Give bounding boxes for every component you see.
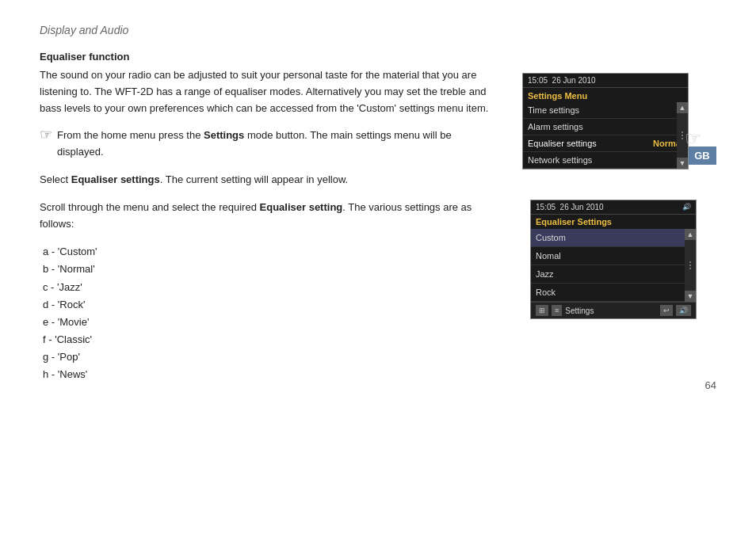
scroll-dot	[689, 265, 691, 266]
footer-settings-label: Settings	[565, 306, 657, 315]
panel1-time: 15:05 26 Jun 2010	[528, 76, 596, 85]
list-item: c - 'Jazz'	[43, 279, 499, 296]
panel2-footer: ⊞ ≡ Settings ↩ 🔊	[531, 302, 696, 318]
page-container: Display and Audio Equaliser function The…	[0, 0, 756, 407]
eq-settings-bold: Equaliser settings	[71, 173, 160, 185]
list-item: g - 'Pop'	[43, 348, 499, 366]
radio-panels: 15:05 26 Jun 2010 Settings Menu Time set…	[522, 73, 712, 169]
normal-item: Nomal	[531, 247, 696, 265]
volume-icon: 🔊	[682, 203, 691, 211]
scroll-up-arrow[interactable]: ▲	[677, 102, 688, 113]
time-settings-item: Time settings ►	[523, 102, 688, 119]
panel2-content: Custom Nomal Jazz Rock ▲	[531, 229, 696, 302]
eq-setting-bold: Equaliser setting	[260, 201, 343, 213]
page-number: 64	[705, 379, 716, 391]
select-instruction: Select Equaliser settings. The current s…	[40, 172, 499, 188]
equaliser-heading: Equaliser function	[40, 51, 499, 63]
scroll-middle	[685, 240, 696, 291]
list-item: b - 'Normal'	[43, 261, 499, 278]
note-text: From the home menu press the Settings mo…	[57, 128, 499, 161]
scroll-up-arrow[interactable]: ▲	[685, 229, 696, 240]
equaliser-settings-panel: 15:05 26 Jun 2010 🔊 Equaliser Settings C…	[530, 200, 697, 319]
panel2-time: 15:05 26 Jun 2010	[536, 203, 604, 211]
panel1-title: Settings Menu	[523, 88, 688, 102]
panel1-menu: Time settings ► Alarm settings ► Equalis…	[523, 102, 688, 169]
list-item: f - 'Classic'	[43, 331, 499, 348]
panel2-header: 15:05 26 Jun 2010 🔊	[531, 200, 696, 215]
panel2-title: Equaliser Settings	[531, 215, 696, 229]
custom-item: Custom	[531, 229, 696, 247]
settings-list: a - 'Custom' b - 'Normal' c - 'Jazz' d -…	[43, 243, 499, 383]
equaliser-settings-item: Equaliser settings Normal	[523, 135, 688, 152]
note-icon: ☞	[40, 126, 52, 143]
scroll-down-arrow[interactable]: ▼	[685, 291, 696, 302]
settings-bold: Settings	[204, 129, 244, 141]
list-item: h - 'News'	[43, 366, 499, 383]
settings-menu-panel: 15:05 26 Jun 2010 Settings Menu Time set…	[522, 73, 689, 169]
panel1-header: 15:05 26 Jun 2010	[523, 74, 688, 88]
hand-pointer-icon: ☞	[685, 128, 702, 150]
list-item: e - 'Movie'	[43, 314, 499, 331]
intro-paragraph: The sound on your radio can be adjusted …	[40, 67, 499, 116]
scroll-instruction: Scroll through the menu and select the r…	[40, 200, 499, 233]
scroll-dot	[682, 135, 683, 136]
panel1-content: Time settings ► Alarm settings ► Equalis…	[523, 102, 688, 169]
scroll-dot	[682, 131, 683, 133]
scroll-dot	[689, 261, 691, 263]
jazz-item: Jazz	[531, 265, 696, 284]
alarm-settings-item: Alarm settings ►	[523, 119, 688, 135]
grid-icon: ⊞	[536, 305, 548, 316]
footer-volume-icon[interactable]: 🔊	[676, 305, 691, 316]
list-item: a - 'Custom'	[43, 243, 499, 261]
scroll-down-arrow[interactable]: ▼	[677, 158, 688, 169]
panel2-scrollbar[interactable]: ▲ ▼	[685, 229, 696, 302]
scroll-dot	[689, 268, 691, 269]
section-title: Display and Audio	[40, 24, 716, 36]
eq-menu: Custom Nomal Jazz Rock	[531, 229, 696, 302]
scroll-dot	[682, 138, 683, 139]
text-content: Equaliser function The sound on your rad…	[40, 51, 499, 383]
back-icon[interactable]: ↩	[660, 305, 673, 316]
network-settings-item: Network settings ►	[523, 152, 688, 169]
note-line: ☞ From the home menu press the Settings …	[40, 128, 499, 161]
rock-item: Rock	[531, 284, 696, 302]
list-item: d - 'Rock'	[43, 296, 499, 314]
menu-icon: ≡	[552, 305, 562, 316]
